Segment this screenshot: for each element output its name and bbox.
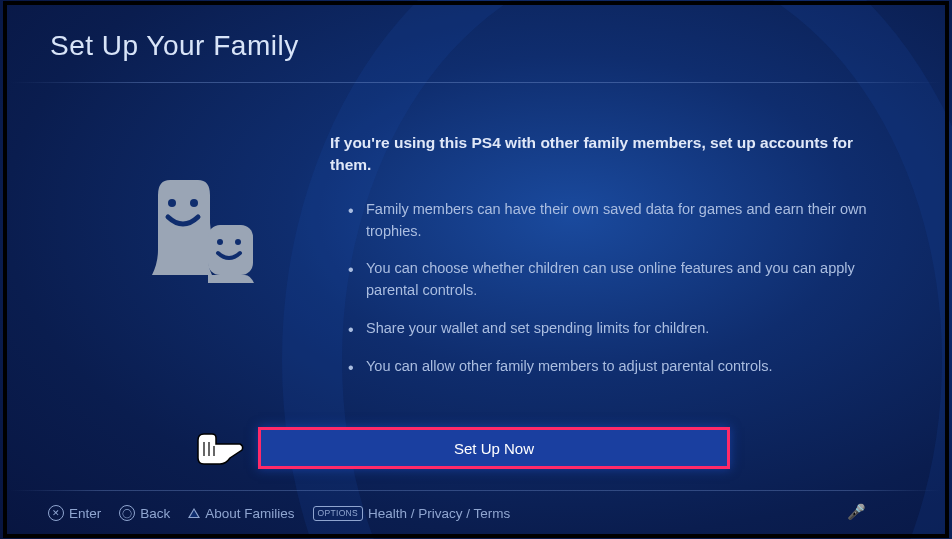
footer-about-families[interactable]: About Families <box>188 506 294 521</box>
list-item: You can choose whether children can use … <box>348 258 870 302</box>
footer-enter-label: Enter <box>69 506 101 521</box>
options-button-icon: OPTIONS <box>313 506 363 521</box>
cross-button-icon: ✕ <box>48 505 64 521</box>
header-divider <box>10 82 942 83</box>
footer-legal-label: Health / Privacy / Terms <box>368 506 510 521</box>
list-item: Family members can have their own saved … <box>348 199 870 243</box>
circle-button-icon: ◯ <box>119 505 135 521</box>
svg-rect-0 <box>208 225 253 275</box>
footer-legal[interactable]: OPTIONS Health / Privacy / Terms <box>313 506 511 521</box>
footer-about-label: About Families <box>205 506 294 521</box>
set-up-now-button[interactable]: Set Up Now <box>258 427 730 469</box>
triangle-button-icon <box>188 508 200 518</box>
footer-divider <box>10 490 942 491</box>
list-item: You can allow other family members to ad… <box>348 356 870 378</box>
set-up-now-label: Set Up Now <box>454 440 534 457</box>
footer-back[interactable]: ◯ Back <box>119 505 170 521</box>
svg-point-1 <box>168 199 176 207</box>
content-area: If you're using this PS4 with other fami… <box>330 132 870 393</box>
svg-point-4 <box>235 239 241 245</box>
microphone-icon: 🎤 <box>847 503 866 521</box>
svg-point-2 <box>190 199 198 207</box>
pointer-cursor-icon <box>190 428 244 468</box>
svg-point-3 <box>217 239 223 245</box>
page-title: Set Up Your Family <box>50 30 299 62</box>
footer-bar: ✕ Enter ◯ Back About Families OPTIONS He… <box>48 505 510 521</box>
action-row: Set Up Now <box>0 427 952 469</box>
list-item: Share your wallet and set spending limit… <box>348 318 870 340</box>
feature-list: Family members can have their own saved … <box>330 199 870 378</box>
intro-text: If you're using this PS4 with other fami… <box>330 132 870 177</box>
footer-enter[interactable]: ✕ Enter <box>48 505 101 521</box>
footer-back-label: Back <box>140 506 170 521</box>
family-icon <box>150 175 260 285</box>
